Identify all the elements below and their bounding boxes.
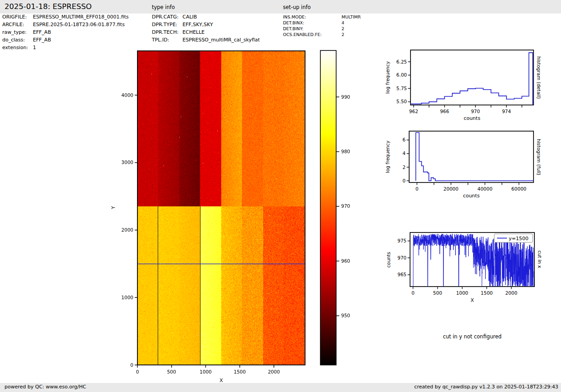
main-plot-axes: 050010001500200001000200030004000: [117, 50, 315, 385]
field-value: ESPRE.2025-01-18T23:06:01.877.fits: [33, 22, 125, 27]
hist-detail-side-label: histogram (detail): [535, 50, 543, 105]
info-row-origfile: ORIGFILE:ESPRESSO_MULTIMR_EFF018_0001.fi…: [2, 14, 129, 20]
field-label: DET.BINX:: [283, 20, 342, 25]
footer-created-by: created by qc_rawdisp.py v1.2.3 on 2025-…: [414, 384, 558, 390]
info-row-dprtype: DPR.TYPE:EFF,SKY,SKY: [152, 22, 213, 27]
field-label: do_class:: [2, 37, 33, 43]
cut-x-plot: 0500100015002000965970975y=1500: [385, 229, 538, 301]
footer-powered-by: powered by QC: www.eso.org/HC: [5, 384, 86, 390]
field-label: OCS.ENABLED.FE:: [283, 32, 342, 37]
info-row-ocsenabledfe: OCS.ENABLED.FE:2: [283, 32, 344, 37]
field-label: DPR.CATG:: [152, 14, 182, 20]
field-value: MULTIMR: [342, 14, 361, 19]
svg-text:974: 974: [502, 109, 511, 114]
svg-text:1000: 1000: [200, 369, 212, 374]
info-row-detbinx: DET.BINX:4: [283, 20, 344, 25]
svg-text:990: 990: [341, 94, 350, 100]
svg-text:0: 0: [411, 290, 415, 296]
svg-text:1000: 1000: [456, 290, 468, 296]
colorbar-axes: 950960970980990: [319, 50, 361, 367]
field-label: DPR.TECH:: [152, 29, 182, 35]
svg-text:0: 0: [130, 362, 133, 368]
hist-full-xlabel: counts: [409, 193, 534, 199]
cut-y-message: cut in y not configured: [410, 333, 534, 340]
hist-detail-xlabel: counts: [410, 115, 534, 121]
svg-text:962: 962: [409, 109, 418, 114]
svg-text:0: 0: [136, 369, 139, 374]
info-row-rawtype: raw_type:EFF_AB: [2, 29, 51, 35]
svg-text:4: 4: [402, 150, 406, 156]
type-info-header: type info: [152, 4, 175, 10]
field-value: ECHELLE: [182, 29, 205, 35]
svg-text:6: 6: [402, 137, 406, 142]
field-value: CALIB: [182, 14, 197, 20]
field-value: ESPRESSO_multiMR_cal_skyflat: [182, 37, 260, 43]
field-value: 4: [342, 20, 344, 25]
qc-rawdisp-page: 2025-01-18: ESPRESSO type info set-up in…: [0, 0, 561, 392]
field-value: ESPRESSO_MULTIMR_EFF018_0001.fits: [33, 14, 129, 20]
svg-text:2000: 2000: [268, 369, 280, 374]
svg-text:966: 966: [440, 109, 449, 114]
info-row-doclass: do_class:EFF_AB: [2, 37, 51, 43]
svg-text:60000: 60000: [511, 186, 526, 191]
setup-info-header: set-up info: [283, 4, 311, 10]
info-row-detbiny: DET.BINY:2: [283, 26, 344, 31]
field-label: ORIGFILE:: [2, 14, 33, 20]
field-value: EFF_AB: [33, 29, 51, 35]
svg-text:950: 950: [341, 313, 350, 318]
svg-text:975: 975: [397, 238, 406, 243]
histogram-detail-plot: 9629669709745.505.756.006.25: [386, 46, 539, 116]
svg-text:980: 980: [341, 149, 350, 154]
svg-text:6.25: 6.25: [397, 59, 407, 64]
field-label: raw_type:: [2, 29, 33, 35]
field-label: INS.MODE:: [283, 14, 342, 19]
svg-text:y=1500: y=1500: [509, 236, 529, 242]
field-label: DET.BINY:: [283, 26, 342, 31]
cut-x-side-label: cut in x: [536, 232, 543, 287]
info-row-extension: extension:1: [2, 45, 36, 50]
field-label: ARCFILE:: [2, 22, 33, 27]
field-label: TPL.ID:: [152, 37, 182, 43]
svg-text:2000: 2000: [121, 227, 133, 232]
svg-text:6.00: 6.00: [397, 72, 407, 77]
histogram-full-plot: 02000040000600000246: [384, 128, 538, 199]
svg-text:40000: 40000: [477, 186, 492, 191]
svg-text:960: 960: [341, 258, 350, 264]
svg-text:5.50: 5.50: [397, 99, 407, 104]
svg-text:4000: 4000: [121, 92, 133, 98]
main-ylabel: Y: [109, 50, 117, 365]
field-value: 2: [342, 32, 344, 37]
svg-text:20000: 20000: [443, 186, 458, 191]
svg-text:970: 970: [397, 255, 406, 260]
page-title: 2025-01-18: ESPRESSO: [5, 2, 91, 11]
svg-text:0: 0: [402, 178, 406, 183]
field-label: DPR.TYPE:: [152, 22, 182, 27]
info-row-dprcatg: DPR.CATG:CALIB: [152, 14, 197, 20]
svg-text:1500: 1500: [234, 369, 246, 374]
field-value: 1: [33, 45, 36, 50]
svg-text:1000: 1000: [121, 295, 133, 300]
info-row-insmode: INS.MODE:MULTIMR: [283, 14, 361, 19]
svg-text:1500: 1500: [481, 290, 493, 296]
svg-text:970: 970: [341, 203, 350, 209]
cut-x-xlabel: X: [410, 297, 534, 303]
field-value: EFF,SKY,SKY: [182, 22, 213, 27]
info-row-tplid: TPL.ID:ESPRESSO_multiMR_cal_skyflat: [152, 37, 260, 43]
svg-text:970: 970: [471, 109, 480, 114]
svg-text:500: 500: [167, 369, 176, 374]
field-value: EFF_AB: [33, 37, 51, 43]
svg-text:3000: 3000: [121, 160, 133, 165]
hist-full-side-label: histogram (full): [535, 131, 543, 182]
svg-text:965: 965: [397, 272, 406, 277]
svg-text:2000: 2000: [505, 290, 517, 296]
info-row-dprtech: DPR.TECH:ECHELLE: [152, 29, 205, 35]
svg-text:5.75: 5.75: [397, 86, 407, 91]
svg-text:2: 2: [402, 164, 406, 170]
svg-text:0: 0: [415, 186, 419, 191]
field-label: extension:: [2, 45, 33, 50]
field-value: 2: [342, 26, 344, 31]
svg-text:500: 500: [433, 290, 442, 296]
info-row-arcfile: ARCFILE:ESPRE.2025-01-18T23:06:01.877.fi…: [2, 22, 125, 27]
